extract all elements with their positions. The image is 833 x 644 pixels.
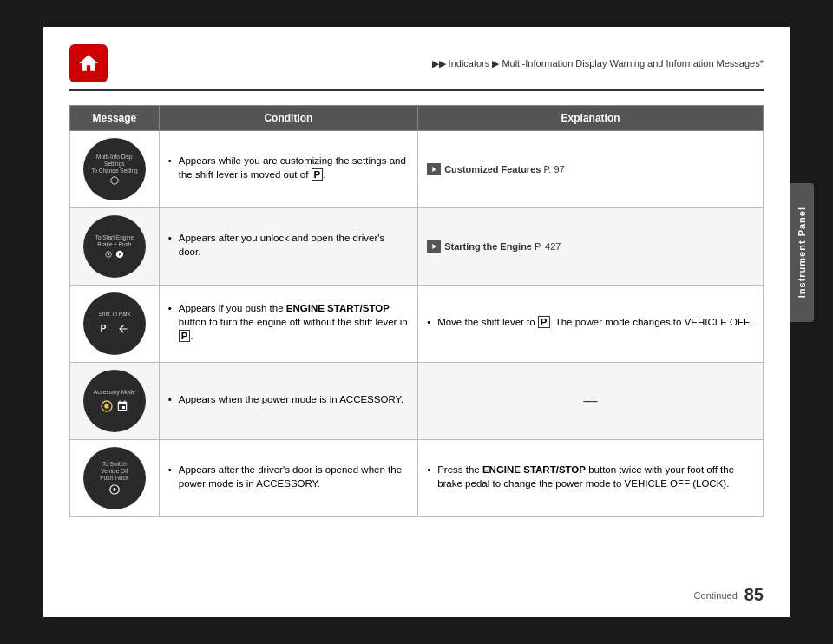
condition-cell-1: Appears while you are customizing the se… [159, 131, 417, 208]
message-icon-cell: To SwitchVehicle OffPush Twice [70, 440, 160, 517]
svg-point-0 [111, 177, 118, 184]
svg-text:P: P [101, 323, 107, 333]
svg-point-4 [105, 404, 109, 408]
message-icon-cell: To Start EngineBrake + Push [70, 208, 160, 286]
condition-cell-4: Appears when the power mode is in ACCESS… [159, 363, 417, 440]
message-icon-cell: Shift To Park P [70, 286, 160, 363]
continued-label: Continued [694, 590, 738, 601]
condition-bullet: Appears after you unlock and open the dr… [168, 231, 409, 259]
home-button[interactable] [69, 44, 108, 82]
ref-arrow-icon [427, 240, 441, 253]
table-row: Multi-Info DispSettingsTo Change Setting… [70, 131, 764, 208]
table-row: To SwitchVehicle OffPush Twice Appears a… [70, 440, 764, 517]
explanation-cell-5: Press the ENGINE START/STOP button twice… [418, 440, 764, 517]
explanation-cell-2: Starting the Engine P. 427 [418, 208, 764, 286]
table-row: To Start EngineBrake + Push Appears afte… [70, 208, 764, 286]
table-row: Accessory Mode Appears when the power mo… [70, 363, 764, 440]
col-header-explanation: Explanation [418, 106, 764, 131]
condition-bullet: Appears after the driver's door is opene… [168, 463, 409, 490]
message-icon-cell: Multi-Info DispSettingsTo Change Setting [70, 131, 160, 208]
side-tab-label: Instrument Panel [797, 207, 807, 298]
table-row: Shift To Park P Appears if you push the … [70, 286, 764, 363]
col-header-message: Message [70, 106, 160, 131]
condition-cell-3: Appears if you push the ENGINE START/STO… [159, 286, 417, 363]
explanation-cell-1: Customized Features P. 97 [418, 131, 764, 208]
message-icon-4: Accessory Mode [83, 370, 146, 432]
side-tab: Instrument Panel [790, 183, 814, 322]
message-icon-2: To Start EngineBrake + Push [83, 215, 146, 278]
home-icon [77, 52, 100, 75]
footer: Continued 85 [694, 585, 764, 605]
col-header-condition: Condition [159, 106, 417, 131]
dash-symbol: — [584, 393, 598, 408]
ref-text-2: Starting the Engine P. 427 [444, 241, 561, 252]
condition-bullet: Appears if you push the ENGINE START/STO… [168, 301, 409, 343]
page: Instrument Panel ▶▶ Indicators ▶ Multi-I… [43, 27, 790, 617]
explanation-bullet: Press the ENGINE START/STOP button twice… [427, 463, 754, 490]
header: ▶▶ Indicators ▶ Multi-Information Displa… [69, 44, 764, 91]
condition-bullet: Appears while you are customizing the se… [168, 154, 409, 181]
condition-cell-5: Appears after the driver's door is opene… [159, 440, 417, 517]
message-icon-1: Multi-Info DispSettingsTo Change Setting [83, 138, 146, 200]
ref-text-1: Customized Features P. 97 [444, 164, 565, 174]
condition-cell-2: Appears after you unlock and open the dr… [159, 208, 417, 286]
message-icon-5: To SwitchVehicle OffPush Twice [83, 447, 146, 509]
message-icon-3: Shift To Park P [83, 292, 146, 355]
breadcrumb: ▶▶ Indicators ▶ Multi-Information Displa… [121, 58, 764, 69]
condition-bullet: Appears when the power mode is in ACCESS… [168, 392, 409, 406]
explanation-cell-4: — [418, 363, 764, 440]
ref-arrow-icon [427, 163, 441, 175]
page-number: 85 [744, 585, 764, 605]
explanation-bullet: Move the shift lever to P. The power mod… [427, 315, 754, 329]
explanation-cell-3: Move the shift lever to P. The power mod… [418, 286, 764, 363]
message-icon-cell: Accessory Mode [70, 363, 160, 440]
main-table: Message Condition Explanation Multi-Info… [69, 105, 764, 517]
